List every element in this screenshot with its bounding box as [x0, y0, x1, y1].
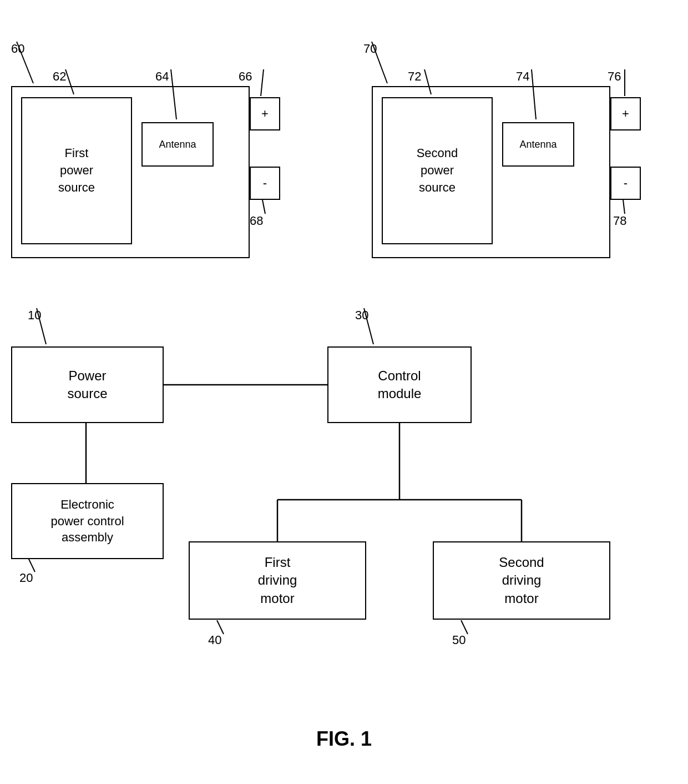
first-plus-label: +	[261, 105, 269, 122]
second-minus-box: -	[610, 167, 641, 200]
tick-62	[60, 69, 82, 97]
second-power-source-box: Second power source	[382, 97, 493, 244]
first-power-source-box: First power source	[21, 97, 132, 244]
tick-78	[620, 200, 637, 217]
first-antenna-box: Antenna	[141, 122, 214, 167]
svg-line-20	[461, 620, 468, 634]
tick-60	[11, 42, 44, 86]
tick-64	[165, 69, 188, 122]
first-minus-box: -	[250, 167, 280, 200]
svg-line-11	[372, 42, 387, 83]
svg-line-9	[261, 69, 264, 96]
second-minus-label: -	[624, 175, 628, 192]
first-antenna-label: Antenna	[159, 139, 196, 150]
ref-76: 76	[608, 69, 621, 84]
first-plus-box: +	[250, 97, 280, 130]
first-driving-motor-box: First driving motor	[189, 541, 366, 620]
epca-box: Electronic power control assembly	[11, 483, 164, 559]
control-module-box: Control module	[327, 346, 472, 423]
tick-70	[366, 42, 399, 86]
tick-72	[419, 69, 441, 97]
svg-line-10	[262, 200, 265, 214]
tick-40	[213, 620, 240, 637]
tick-66	[255, 69, 272, 97]
svg-line-17	[364, 308, 373, 344]
tick-10	[32, 308, 60, 347]
second-antenna-label: Antenna	[519, 139, 557, 150]
first-power-source-label: First power source	[58, 145, 95, 196]
figure-label: FIG. 1	[277, 727, 411, 751]
second-plus-box: +	[610, 97, 641, 130]
svg-line-15	[623, 200, 625, 214]
tick-20	[24, 558, 52, 575]
power-source-box: Power source	[11, 346, 164, 423]
svg-line-16	[37, 308, 46, 344]
second-antenna-box: Antenna	[502, 122, 574, 167]
second-driving-motor-box: Second driving motor	[433, 541, 610, 620]
first-minus-label: -	[263, 175, 267, 192]
epca-label: Electronic power control assembly	[50, 496, 124, 546]
svg-line-7	[65, 69, 74, 94]
svg-line-19	[217, 620, 224, 634]
tick-50	[457, 620, 484, 637]
svg-line-18	[28, 558, 35, 572]
second-plus-label: +	[622, 105, 629, 122]
first-driving-motor-label: First driving motor	[258, 554, 297, 607]
power-source-label: Power source	[67, 367, 107, 403]
tick-30	[360, 308, 387, 347]
second-driving-motor-label: Second driving motor	[499, 554, 544, 607]
control-module-label: Control module	[378, 367, 422, 403]
svg-line-13	[532, 69, 536, 119]
tick-74	[526, 69, 548, 122]
tick-68	[260, 200, 276, 217]
svg-line-8	[171, 69, 176, 119]
tick-76	[620, 69, 637, 97]
svg-line-12	[424, 69, 431, 94]
svg-line-6	[17, 42, 33, 83]
diagram: 60 First power source 62 Antenna 64 + - …	[0, 0, 688, 784]
ref-66: 66	[239, 69, 252, 84]
second-power-source-label: Second power source	[417, 145, 458, 196]
